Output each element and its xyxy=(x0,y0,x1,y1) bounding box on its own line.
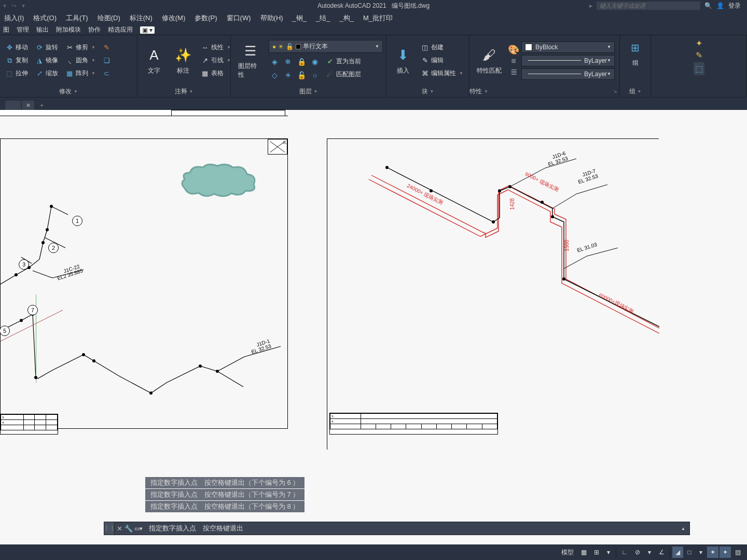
new-tab-button[interactable]: ＋ xyxy=(35,101,48,110)
menu-window[interactable]: 窗口(W) xyxy=(227,13,251,23)
user-icon[interactable]: 👤 xyxy=(716,2,724,9)
layer-unlock-icon[interactable]: 🔓 xyxy=(296,69,307,81)
rotate-button[interactable]: ⟳旋转 xyxy=(33,42,60,53)
text-button[interactable]: A文字 xyxy=(141,44,168,77)
lineweight-icon[interactable]: ≡ xyxy=(511,57,516,66)
layer-iso-icon[interactable]: ◉ xyxy=(309,56,321,67)
stretch-button[interactable]: ⬚拉伸 xyxy=(3,68,30,79)
setcurrent-button[interactable]: ✔置为当前 xyxy=(324,56,363,67)
dyn-icon[interactable]: ✦ xyxy=(707,547,718,558)
tab-featured[interactable]: 精选应用 xyxy=(108,25,133,34)
util-icon-1[interactable]: ✦ xyxy=(696,38,702,48)
array-button[interactable]: ▦阵列▼ xyxy=(63,68,98,79)
color-combo[interactable]: ByBlock▼ xyxy=(521,41,615,53)
dim-button[interactable]: ✨标注 xyxy=(170,44,197,77)
group-button[interactable]: ⊞组 xyxy=(624,37,647,68)
copy-button[interactable]: ⧉复制 xyxy=(3,55,30,66)
tab-manage[interactable]: 管理 xyxy=(17,25,29,34)
more3-icon[interactable]: ▾ xyxy=(696,547,706,558)
menu-modify[interactable]: 修改(M) xyxy=(162,13,186,23)
linetype-combo[interactable]: ByLayer▼ xyxy=(521,68,615,80)
menu-insert[interactable]: 插入(I) xyxy=(4,13,24,23)
menu-dim[interactable]: 标注(N) xyxy=(130,13,153,23)
menu-struct[interactable]: _结_ xyxy=(316,13,330,23)
ribbon-toggle[interactable]: ▣ ▾ xyxy=(140,26,155,34)
iso-icon[interactable]: ∠ xyxy=(656,547,668,558)
lwt-icon[interactable]: ✦ xyxy=(720,547,731,558)
blockedit-button[interactable]: ✎编辑 xyxy=(419,55,465,66)
cmd-close-icon[interactable]: ✕ xyxy=(115,525,124,533)
cmd-grip-icon[interactable]: ⋮⋮ xyxy=(104,522,115,535)
menu-help[interactable]: 帮助(H) xyxy=(260,13,283,23)
textstyle-combo[interactable]: ●☀🔓单行文本▼ xyxy=(269,40,383,53)
redo-icon[interactable]: ↪ xyxy=(11,2,17,9)
qp-icon[interactable]: ▤ xyxy=(732,547,744,558)
search-icon[interactable]: 🔍 xyxy=(704,2,712,9)
anno-d1428: 1428 xyxy=(509,198,515,209)
offset-button[interactable]: ⊂ xyxy=(101,68,113,79)
erase-button[interactable]: ✎ xyxy=(101,42,113,53)
cmd-prompt-icon: ▭▾ xyxy=(134,525,143,532)
lineweight-combo[interactable]: ByLayer▼ xyxy=(521,55,615,66)
drawing-canvas[interactable]: 北 1 xyxy=(0,110,747,560)
matchprops-button[interactable]: 🖌特性匹配 xyxy=(473,44,506,77)
menu-param[interactable]: 参数(P) xyxy=(195,13,217,23)
layer-uniso-icon[interactable]: ○ xyxy=(309,69,321,81)
doc-tab-close[interactable]: ✕ xyxy=(22,101,34,110)
util-icon-2[interactable]: ✎ xyxy=(696,50,702,60)
layer-thaw-icon[interactable]: ☀ xyxy=(282,69,294,81)
mirror-button[interactable]: ◮镜像 xyxy=(33,55,60,66)
color-wheel-icon[interactable]: 🎨 xyxy=(508,44,519,55)
3dosnap-icon[interactable]: □ xyxy=(684,547,695,558)
cmd-recent-icon[interactable]: ▲ xyxy=(681,526,689,531)
tab-collab[interactable]: 协作 xyxy=(88,25,101,34)
layer-on-icon[interactable]: ◇ xyxy=(269,69,280,81)
matchlayer-button[interactable]: ☄匹配图层 xyxy=(324,69,363,80)
more2-icon[interactable]: ▾ xyxy=(644,547,655,558)
layerprops-button[interactable]: ☰图层特性 xyxy=(234,39,267,81)
linetype-icon[interactable]: ≣ xyxy=(510,67,517,77)
grid-icon[interactable]: ▦ xyxy=(578,547,590,558)
cmd-wrench-icon[interactable]: 🔧 xyxy=(124,525,133,533)
linear-button[interactable]: ↔线性▼ xyxy=(199,42,233,53)
menu-format[interactable]: 格式(O) xyxy=(33,13,57,23)
menu-draw[interactable]: 绘图(D) xyxy=(98,13,120,23)
svg-line-16 xyxy=(587,248,618,256)
scale-button[interactable]: ⤢缩放 xyxy=(33,68,60,79)
fillet-button[interactable]: ◟圆角▼ xyxy=(63,55,98,66)
blockattr-button[interactable]: ⌘编辑属性▼ xyxy=(419,68,465,79)
login-button[interactable]: 登录 xyxy=(728,2,741,10)
bubble-1: 1 xyxy=(72,216,82,226)
model-button[interactable]: 模型 xyxy=(558,546,577,559)
menu-steel[interactable]: _钢_ xyxy=(293,13,307,23)
tab-addin[interactable]: 附加模块 xyxy=(56,25,81,34)
snap-icon[interactable]: ⊞ xyxy=(591,547,602,558)
layer-lock-icon[interactable]: 🔒 xyxy=(296,56,307,67)
menu-gou[interactable]: _构_ xyxy=(340,13,354,23)
leader-button[interactable]: ↗引线▼ xyxy=(199,55,233,66)
more1-icon[interactable]: ▾ xyxy=(603,547,614,558)
trim-button[interactable]: ✂修剪▼ xyxy=(63,42,98,53)
move-button[interactable]: ✥移动 xyxy=(3,42,30,53)
doc-tab-current[interactable] xyxy=(5,101,21,110)
osnap-icon[interactable]: ◢ xyxy=(672,547,683,558)
blockcreate-button[interactable]: ◫创建 xyxy=(419,42,465,53)
table-button[interactable]: ▦表格 xyxy=(199,68,233,79)
overflow-icon[interactable]: ▸ xyxy=(589,2,592,9)
search-input[interactable] xyxy=(597,2,700,10)
util-icon-3[interactable]: ⬚ xyxy=(694,62,704,75)
layer-freeze-icon[interactable]: ❄ xyxy=(282,56,294,67)
undo-pull-icon[interactable]: ▾ xyxy=(3,2,6,9)
layer-off-icon[interactable]: ◈ xyxy=(269,56,280,67)
polar-icon[interactable]: ⊘ xyxy=(632,547,643,558)
command-line[interactable]: ⋮⋮ ✕ 🔧 ▭▾ 指定数字插入点 按空格键退出 ▲ xyxy=(104,522,690,535)
menu-tools[interactable]: 工具(T) xyxy=(66,13,88,23)
menu-batchplot[interactable]: M_批打印 xyxy=(363,13,393,23)
explode-button[interactable]: ❏ xyxy=(101,55,113,66)
insert-button[interactable]: ⬇插入 xyxy=(390,44,417,77)
svg-line-6 xyxy=(33,271,52,278)
tab-output[interactable]: 输出 xyxy=(36,25,49,34)
qat-overflow-icon[interactable]: ▾ xyxy=(22,2,25,9)
tab-view[interactable]: 图 xyxy=(3,25,9,34)
ortho-icon[interactable]: ∟ xyxy=(618,547,631,558)
